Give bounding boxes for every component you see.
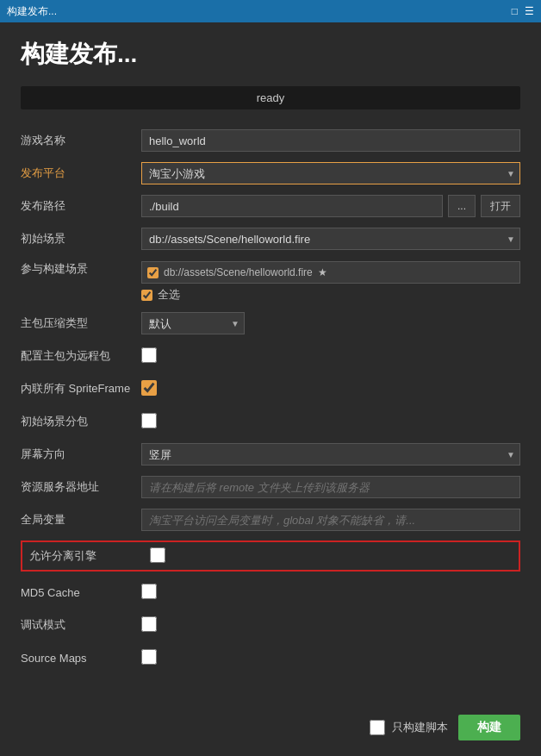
- build-path-label: 发布路径: [21, 198, 141, 214]
- title-bar: 构建发布... □ ☰: [0, 0, 541, 22]
- main-as-remote-control: [141, 347, 520, 366]
- star-icon[interactable]: ★: [318, 266, 327, 278]
- debug-mode-row: 调试模式: [21, 613, 520, 637]
- md5-cache-row: MD5 Cache: [21, 580, 520, 604]
- menu-icon[interactable]: ☰: [525, 5, 534, 17]
- global-var-label: 全局变量: [21, 512, 141, 528]
- build-path-row: 发布路径 ... 打开: [21, 194, 520, 218]
- allow-split-engine-checkbox[interactable]: [150, 547, 165, 563]
- game-name-input[interactable]: [141, 129, 520, 152]
- orientation-select[interactable]: 竖屏 横屏 自动: [141, 443, 520, 465]
- initial-scene-bundle-label: 初始场景分包: [21, 414, 141, 429]
- title-bar-text: 构建发布...: [7, 4, 57, 19]
- select-all-label: 全选: [158, 287, 180, 303]
- start-scene-control: db://assets/Scene/helloworld.fire ▼: [141, 228, 520, 250]
- only-scripts-row: 只构建脚本: [370, 720, 448, 735]
- remote-server-row: 资源服务器地址: [21, 475, 520, 499]
- only-scripts-label: 只构建脚本: [392, 720, 448, 735]
- game-name-row: 游戏名称: [21, 128, 520, 153]
- debug-mode-label: 调试模式: [21, 617, 141, 633]
- build-path-input[interactable]: [141, 195, 443, 217]
- source-maps-control: [141, 649, 520, 667]
- remote-server-label: 资源服务器地址: [21, 479, 141, 495]
- start-scene-row: 初始场景 db://assets/Scene/helloworld.fire ▼: [21, 227, 520, 251]
- initial-scene-bundle-control: [141, 413, 520, 431]
- allow-split-engine-label: 允许分离引擎: [29, 548, 150, 564]
- global-var-row: 全局变量: [21, 508, 520, 532]
- build-button[interactable]: 构建: [458, 715, 520, 740]
- status-bar: ready: [21, 86, 520, 109]
- only-scripts-checkbox[interactable]: [370, 720, 385, 735]
- source-maps-row: Source Maps: [21, 646, 520, 670]
- remote-server-control: [141, 476, 520, 498]
- initial-scene-bundle-checkbox[interactable]: [141, 413, 157, 428]
- platform-select[interactable]: 淘宝小游戏 微信小游戏 Web Desktop Web Mobile: [141, 162, 520, 184]
- orientation-row: 屏幕方向 竖屏 横屏 自动 ▼: [21, 442, 520, 466]
- main-pack-compression-control: 默认 无压缩 合并依赖 ▼: [141, 312, 520, 334]
- orientation-label: 屏幕方向: [21, 447, 141, 462]
- allow-split-engine-highlighted-row: 允许分离引擎: [21, 540, 520, 572]
- select-all-checkbox[interactable]: [141, 290, 152, 301]
- orientation-select-wrapper: 竖屏 横屏 自动 ▼: [141, 443, 520, 465]
- build-scenes-control: db://assets/Scene/helloworld.fire ★ 全选: [141, 261, 520, 303]
- md5-cache-control: [141, 584, 520, 602]
- scene-checkbox-label: db://assets/Scene/helloworld.fire: [164, 266, 313, 278]
- inline-sprite-label: 内联所有 SpriteFrame: [21, 381, 141, 397]
- orientation-control: 竖屏 横屏 自动 ▼: [141, 443, 520, 465]
- main-as-remote-checkbox[interactable]: [141, 347, 157, 363]
- main-pack-compression-row: 主包压缩类型 默认 无压缩 合并依赖 ▼: [21, 311, 520, 335]
- allow-split-engine-control: [150, 547, 512, 565]
- page-title: 构建发布...: [21, 38, 520, 71]
- game-name-control: [141, 129, 520, 152]
- md5-cache-checkbox[interactable]: [141, 584, 157, 599]
- build-scenes-label: 参与构建场景: [21, 261, 141, 277]
- main-as-remote-label: 配置主包为远程包: [21, 348, 141, 364]
- inline-sprite-control: [141, 380, 520, 398]
- md5-cache-label: MD5 Cache: [21, 586, 141, 599]
- main-as-remote-row: 配置主包为远程包: [21, 344, 520, 368]
- inline-sprite-row: 内联所有 SpriteFrame: [21, 377, 520, 401]
- inline-sprite-checkbox[interactable]: [141, 380, 157, 396]
- global-var-input[interactable]: [141, 509, 520, 531]
- main-pack-select[interactable]: 默认 无压缩 合并依赖: [141, 312, 245, 334]
- path-row: ... 打开: [141, 195, 520, 217]
- platform-control: 淘宝小游戏 微信小游戏 Web Desktop Web Mobile ▼: [141, 162, 520, 184]
- checkall-row: 全选: [141, 287, 520, 303]
- bottom-bar: 只构建脚本 构建: [0, 704, 541, 751]
- global-var-control: [141, 509, 520, 531]
- start-scene-select-wrapper: db://assets/Scene/helloworld.fire ▼: [141, 228, 520, 250]
- start-scene-label: 初始场景: [21, 231, 141, 247]
- main-pack-select-wrapper: 默认 无压缩 合并依赖 ▼: [141, 312, 245, 334]
- build-path-open-button[interactable]: 打开: [481, 195, 520, 217]
- start-scene-select[interactable]: db://assets/Scene/helloworld.fire: [141, 228, 520, 250]
- build-scenes-row: 参与构建场景 db://assets/Scene/helloworld.fire…: [21, 259, 520, 303]
- source-maps-label: Source Maps: [21, 652, 141, 665]
- initial-scene-bundle-row: 初始场景分包: [21, 409, 520, 434]
- debug-mode-control: [141, 616, 520, 634]
- restore-icon[interactable]: □: [512, 5, 518, 17]
- platform-label: 发布平台: [21, 166, 141, 181]
- scene-checkbox[interactable]: [147, 267, 159, 278]
- build-path-control: ... 打开: [141, 195, 520, 217]
- game-name-label: 游戏名称: [21, 133, 141, 148]
- platform-select-wrapper: 淘宝小游戏 微信小游戏 Web Desktop Web Mobile ▼: [141, 162, 520, 184]
- platform-row: 发布平台 淘宝小游戏 微信小游戏 Web Desktop Web Mobile …: [21, 161, 520, 185]
- title-bar-icons: □ ☰: [512, 5, 534, 17]
- debug-mode-checkbox[interactable]: [141, 616, 157, 632]
- source-maps-checkbox[interactable]: [141, 649, 157, 665]
- build-path-dots-button[interactable]: ...: [448, 195, 476, 217]
- main-pack-compression-label: 主包压缩类型: [21, 316, 141, 331]
- scene-checkbox-row: db://assets/Scene/helloworld.fire ★: [141, 261, 520, 284]
- remote-server-input[interactable]: [141, 476, 520, 498]
- main-content: 构建发布... ready 游戏名称 发布平台 淘宝小游戏 微信小游戏 Web …: [0, 22, 541, 696]
